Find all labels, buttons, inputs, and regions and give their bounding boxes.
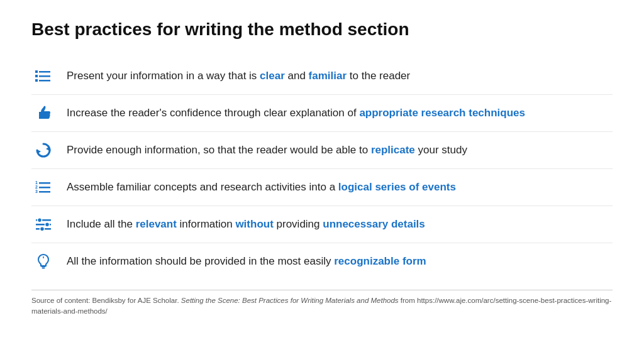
item-text: All the information should be provided i…: [67, 254, 426, 269]
item-text: Present your information in a way that i…: [67, 69, 410, 84]
highlight-replicate: replicate: [371, 144, 415, 156]
best-practices-list: Present your information in a way that i…: [31, 58, 613, 280]
svg-rect-20: [42, 266, 46, 267]
svg-rect-5: [39, 80, 50, 82]
list-item: 1 2 3 Assemble familiar concepts and res…: [31, 169, 613, 206]
list-item: Increase the reader's confidence through…: [31, 95, 613, 132]
svg-rect-13: [39, 191, 50, 193]
filter-icon: [31, 212, 55, 236]
highlight-unnecessary: unnecessary details: [323, 218, 425, 230]
list-item: Provide enough information, so that the …: [31, 132, 613, 169]
item-text: Increase the reader's confidence through…: [67, 106, 525, 121]
footer-prefix: Source of content: Bendiksby for AJE Sch…: [31, 297, 181, 304]
page-title: Best practices for writing the method se…: [31, 19, 613, 40]
refresh-icon: [31, 138, 55, 162]
list-icon: [31, 64, 55, 88]
lightbulb-icon: [31, 250, 55, 273]
svg-rect-9: [39, 182, 50, 184]
footer-italic: Setting the Scene: Best Practices for Wr…: [181, 297, 399, 304]
highlight-recognizable: recognizable form: [334, 255, 426, 267]
svg-text:2: 2: [35, 185, 38, 189]
highlight-logical-series: logical series of events: [338, 181, 456, 193]
footer: Source of content: Bendiksby for AJE Sch…: [31, 290, 613, 317]
highlight-familiar: familiar: [309, 70, 347, 82]
svg-point-15: [38, 217, 42, 222]
svg-point-17: [45, 222, 50, 226]
svg-rect-1: [39, 71, 50, 73]
list-item: All the information should be provided i…: [31, 243, 613, 280]
svg-rect-11: [39, 187, 50, 189]
svg-text:3: 3: [35, 189, 38, 194]
svg-rect-0: [35, 70, 38, 73]
svg-point-19: [40, 226, 45, 231]
list-item: Include all the relevant information wit…: [31, 206, 613, 243]
svg-rect-21: [42, 267, 45, 268]
item-text: Assemble familiar concepts and research …: [67, 180, 456, 195]
item-text: Provide enough information, so that the …: [67, 143, 467, 158]
svg-text:1: 1: [35, 180, 38, 185]
svg-rect-2: [35, 75, 38, 77]
svg-rect-4: [35, 79, 38, 82]
numbered-list-icon: 1 2 3: [31, 175, 55, 199]
item-text: Include all the relevant information wit…: [67, 217, 425, 232]
highlight-relevant: relevant: [136, 218, 177, 230]
highlight-research-techniques: appropriate research techniques: [359, 107, 525, 119]
highlight-clear: clear: [260, 70, 285, 82]
thumbsup-icon: [31, 101, 55, 125]
highlight-without: without: [235, 218, 273, 230]
list-item: Present your information in a way that i…: [31, 58, 613, 95]
svg-rect-3: [39, 75, 50, 77]
